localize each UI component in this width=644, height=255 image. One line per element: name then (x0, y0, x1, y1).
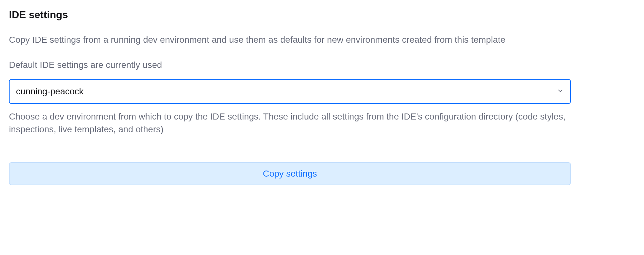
copy-settings-button[interactable]: Copy settings (9, 162, 571, 185)
dropdown-help-text: Choose a dev environment from which to c… (9, 110, 571, 136)
default-settings-status: Default IDE settings are currently used (9, 60, 635, 70)
environment-dropdown[interactable] (9, 79, 571, 104)
environment-input[interactable] (9, 79, 571, 104)
section-title: IDE settings (9, 9, 635, 21)
section-description: Copy IDE settings from a running dev env… (9, 33, 577, 47)
